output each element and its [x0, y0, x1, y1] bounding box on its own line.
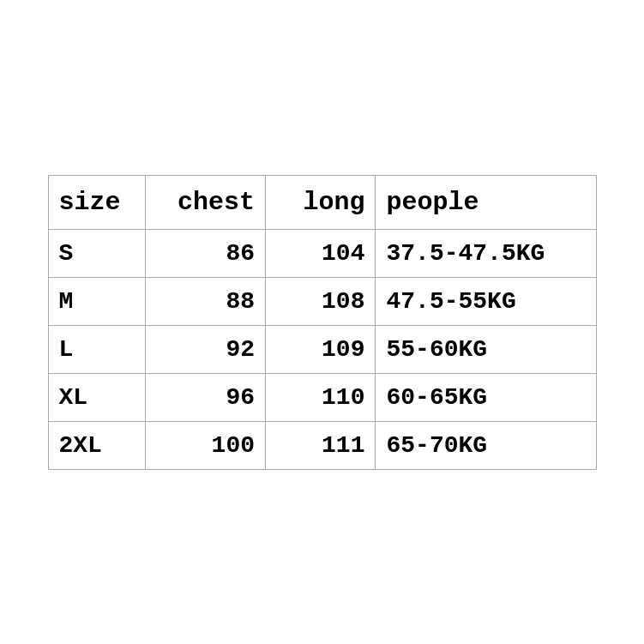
- cell-size: XL: [48, 373, 145, 421]
- cell-chest: 96: [145, 373, 265, 421]
- cell-long: 110: [266, 373, 376, 421]
- cell-chest: 88: [145, 277, 265, 325]
- cell-long: 111: [266, 421, 376, 469]
- cell-people: 37.5-47.5KG: [376, 229, 596, 277]
- table-header-row: size chest long people: [48, 175, 596, 229]
- cell-long: 104: [266, 229, 376, 277]
- cell-size: M: [48, 277, 145, 325]
- size-chart: size chest long people S8610437.5-47.5KG…: [48, 175, 597, 470]
- table-row: M8810847.5-55KG: [48, 277, 596, 325]
- cell-chest: 92: [145, 325, 265, 373]
- header-long: long: [266, 175, 376, 229]
- cell-size: 2XL: [48, 421, 145, 469]
- cell-people: 65-70KG: [376, 421, 596, 469]
- header-size: size: [48, 175, 145, 229]
- table-row: 2XL10011165-70KG: [48, 421, 596, 469]
- cell-chest: 86: [145, 229, 265, 277]
- cell-long: 109: [266, 325, 376, 373]
- cell-people: 55-60KG: [376, 325, 596, 373]
- cell-size: S: [48, 229, 145, 277]
- cell-people: 47.5-55KG: [376, 277, 596, 325]
- cell-long: 108: [266, 277, 376, 325]
- table-row: S8610437.5-47.5KG: [48, 229, 596, 277]
- table-row: XL9611060-65KG: [48, 373, 596, 421]
- table-row: L9210955-60KG: [48, 325, 596, 373]
- size-table: size chest long people S8610437.5-47.5KG…: [48, 175, 597, 470]
- header-chest: chest: [145, 175, 265, 229]
- cell-chest: 100: [145, 421, 265, 469]
- cell-people: 60-65KG: [376, 373, 596, 421]
- header-people: people: [376, 175, 596, 229]
- cell-size: L: [48, 325, 145, 373]
